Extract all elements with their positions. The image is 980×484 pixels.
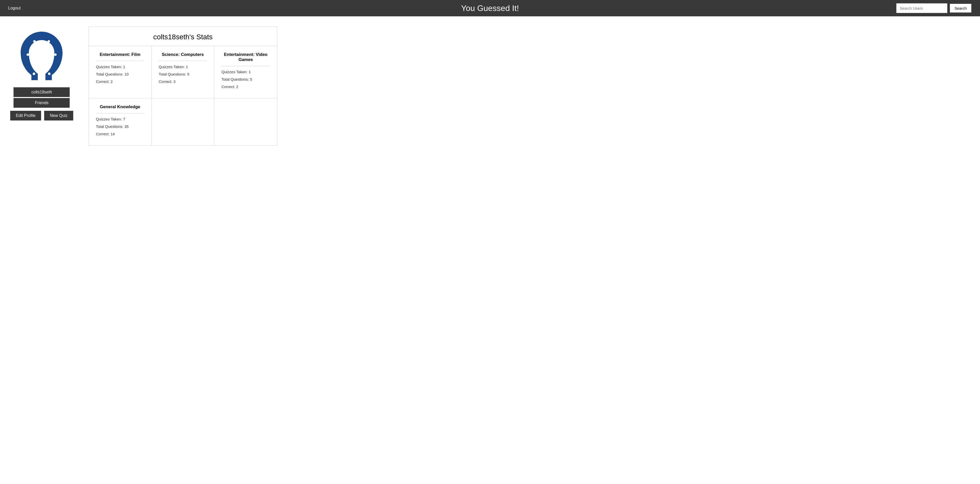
header: Logout You Guessed It! Search [0,0,980,16]
stat-category-title: Science: Computers [159,52,207,57]
stat-card-entertainment-video-games: Entertainment: Video Games Quizzes Taken… [215,46,277,98]
logout-button[interactable]: Logout [8,6,21,11]
left-panel: colts18seth Friends Edit Profile New Qui… [10,27,73,145]
stats-grid-top: Entertainment: Film Quizzes Taken: 1 Tot… [89,46,277,98]
avatar [14,27,70,85]
stat-quizzes-taken: Quizzes Taken: 1 [221,70,270,74]
edit-profile-button[interactable]: Edit Profile [10,111,41,121]
svg-point-1 [48,40,50,43]
svg-point-3 [54,53,57,56]
stat-total-questions: Total Questions: 5 [221,77,270,81]
stat-category-title: Entertainment: Film [96,52,144,57]
search-area: Search [896,3,972,13]
stat-card-science-computers: Science: Computers Quizzes Taken: 1 Tota… [151,46,215,98]
stat-quizzes-taken: Quizzes Taken: 1 [96,65,144,69]
svg-point-2 [27,53,29,56]
stat-card-empty-2 [215,98,277,145]
stat-correct: Correct: 2 [96,80,144,84]
stats-panel: colts18seth's Stats Entertainment: Film … [89,27,277,145]
stat-total-questions: Total Questions: 35 [96,124,144,129]
main-content: colts18seth Friends Edit Profile New Qui… [0,16,980,156]
stat-quizzes-taken: Quizzes Taken: 1 [159,65,207,69]
friends-button[interactable]: Friends [14,98,70,108]
stat-total-questions: Total Questions: 5 [159,72,207,76]
username-badge: colts18seth [14,87,70,97]
action-buttons: Edit Profile New Quiz [10,111,73,121]
stat-total-questions: Total Questions: 10 [96,72,144,76]
stat-correct: Correct: 2 [221,84,270,89]
svg-point-0 [33,40,36,43]
app-title: You Guessed It! [461,3,519,13]
search-input[interactable] [896,3,947,13]
stats-grid-bottom: General Knowledge Quizzes Taken: 7 Total… [89,98,277,145]
search-button[interactable]: Search [950,3,972,13]
stat-card-entertainment-film: Entertainment: Film Quizzes Taken: 1 Tot… [89,46,151,98]
stat-category-title: General Knowledge [96,104,144,110]
svg-point-5 [48,73,51,75]
horseshoe-icon [16,29,67,83]
stat-card-general-knowledge: General Knowledge Quizzes Taken: 7 Total… [89,98,151,145]
stat-quizzes-taken: Quizzes Taken: 7 [96,117,144,121]
stat-category-title: Entertainment: Video Games [221,52,270,62]
svg-point-4 [33,73,35,75]
new-quiz-button[interactable]: New Quiz [44,111,73,121]
stats-title: colts18seth's Stats [89,27,277,46]
stat-card-empty-1 [151,98,215,145]
stat-correct: Correct: 14 [96,132,144,136]
stat-correct: Correct: 3 [159,80,207,84]
